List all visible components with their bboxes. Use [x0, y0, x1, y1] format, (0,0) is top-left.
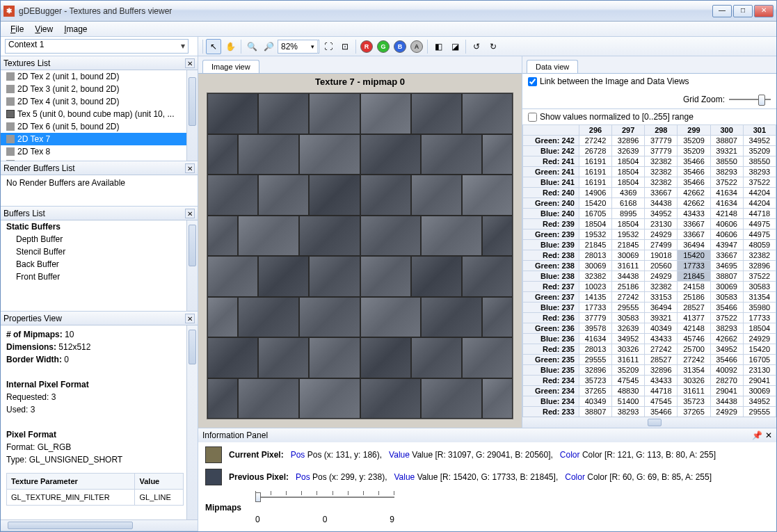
data-cell[interactable]: 33667 [710, 250, 743, 261]
data-cell[interactable]: 35466 [678, 156, 710, 167]
buffer-back[interactable]: Back Buffer [1, 258, 198, 271]
scrollbar[interactable] [186, 220, 198, 311]
grid-zoom-slider[interactable] [729, 93, 771, 106]
data-cell[interactable]: 43433 [645, 376, 678, 386]
minimize-button[interactable]: — [712, 5, 732, 17]
data-cell[interactable]: 44975 [743, 229, 776, 240]
data-cell[interactable]: 39321 [645, 313, 678, 323]
data-cell[interactable]: 38807 [579, 407, 611, 417]
data-cell[interactable]: 32382 [645, 282, 678, 292]
row-header[interactable]: Red: 235 [523, 344, 579, 355]
data-cell[interactable]: 34952 [710, 344, 743, 355]
data-cell[interactable]: 28013 [579, 250, 611, 261]
mipmap-slider[interactable] [255, 491, 394, 512]
data-cell[interactable]: 33667 [678, 229, 710, 240]
textures-panel-close[interactable]: ✕ [185, 58, 195, 68]
data-cell[interactable]: 43947 [710, 240, 743, 250]
data-cell[interactable]: 17733 [678, 261, 710, 271]
data-cell[interactable]: 35466 [710, 303, 743, 313]
row-header[interactable]: Red: 239 [523, 219, 579, 229]
data-cell[interactable]: 38807 [710, 136, 743, 146]
data-cell[interactable]: 37522 [710, 313, 743, 323]
scrollbar[interactable] [186, 325, 198, 519]
row-header[interactable]: Red: 236 [523, 313, 579, 323]
data-cell[interactable]: 35723 [678, 396, 710, 407]
data-cell[interactable]: 18504 [743, 323, 776, 334]
data-cell[interactable]: 30326 [612, 344, 645, 355]
data-cell[interactable]: 38293 [743, 167, 776, 177]
data-cell[interactable]: 28270 [710, 376, 743, 386]
context-select[interactable]: Context 1 [5, 39, 189, 54]
menu-view[interactable]: View [29, 23, 58, 35]
row-header[interactable]: Blue: 237 [523, 303, 579, 313]
data-cell[interactable]: 41634 [710, 198, 743, 209]
data-cell[interactable]: 35723 [579, 376, 611, 386]
data-cell[interactable]: 30583 [743, 282, 776, 292]
data-cell[interactable]: 35466 [645, 407, 678, 417]
data-cell[interactable]: 37779 [645, 146, 678, 156]
data-cell[interactable]: 30069 [612, 250, 645, 261]
data-cell[interactable]: 40349 [645, 323, 678, 334]
data-cell[interactable]: 35209 [612, 365, 645, 376]
data-cell[interactable]: 16705 [743, 355, 776, 365]
data-cell[interactable]: 37779 [579, 313, 611, 323]
data-cell[interactable]: 35466 [678, 177, 710, 188]
data-cell[interactable]: 42662 [678, 188, 710, 198]
data-cell[interactable]: 43433 [678, 209, 710, 219]
data-cell[interactable]: 31611 [678, 386, 710, 396]
data-cell[interactable]: 29555 [579, 355, 611, 365]
data-cell[interactable]: 31354 [678, 365, 710, 376]
data-cell[interactable]: 44204 [743, 198, 776, 209]
data-cell[interactable]: 15420 [678, 250, 710, 261]
row-header[interactable]: Red: 240 [523, 188, 579, 198]
data-cell[interactable]: 6168 [612, 198, 645, 209]
data-cell[interactable]: 32896 [743, 261, 776, 271]
info-close-icon[interactable]: ✕ [765, 430, 772, 440]
data-cell[interactable]: 47545 [645, 396, 678, 407]
data-cell[interactable]: 39321 [710, 146, 743, 156]
data-cell[interactable]: 18504 [612, 177, 645, 188]
data-cell[interactable]: 29041 [743, 376, 776, 386]
channel-b-icon[interactable]: B [392, 39, 408, 54]
data-cell[interactable]: 48059 [743, 240, 776, 250]
data-cell[interactable]: 29555 [743, 407, 776, 417]
data-cell[interactable]: 20560 [645, 261, 678, 271]
invert-icon[interactable]: ◪ [447, 39, 463, 54]
data-cell[interactable]: 19532 [612, 229, 645, 240]
row-header[interactable]: Green: 234 [523, 386, 579, 396]
data-cell[interactable]: 29555 [612, 303, 645, 313]
normalize-checkbox[interactable]: Show values normalized to [0..255] range [528, 112, 694, 122]
tab-data-view[interactable]: Data view [527, 60, 578, 73]
data-cell[interactable]: 17733 [743, 313, 776, 323]
data-cell[interactable]: 41634 [710, 188, 743, 198]
data-cell[interactable]: 32639 [612, 323, 645, 334]
data-cell[interactable]: 35209 [743, 146, 776, 156]
column-header[interactable]: 297 [612, 125, 645, 136]
data-cell[interactable]: 30069 [579, 261, 611, 271]
data-cell[interactable]: 27242 [612, 292, 645, 303]
data-cell[interactable]: 44718 [743, 209, 776, 219]
data-cell[interactable]: 32896 [579, 365, 611, 376]
data-cell[interactable]: 23130 [645, 219, 678, 229]
data-cell[interactable]: 26728 [579, 146, 611, 156]
data-cell[interactable]: 38807 [710, 271, 743, 282]
data-cell[interactable]: 37779 [645, 136, 678, 146]
data-cell[interactable]: 38293 [612, 407, 645, 417]
row-header[interactable]: Blue: 240 [523, 209, 579, 219]
data-cell[interactable]: 34952 [645, 209, 678, 219]
buffer-depth[interactable]: Depth Buffer [1, 233, 198, 245]
data-cell[interactable]: 17733 [579, 303, 611, 313]
data-cell[interactable]: 38293 [710, 167, 743, 177]
data-cell[interactable]: 16705 [579, 209, 611, 219]
data-cell[interactable]: 31354 [743, 292, 776, 303]
row-header[interactable]: Green: 242 [523, 136, 579, 146]
column-header[interactable]: 296 [579, 125, 611, 136]
row-header[interactable]: Blue: 242 [523, 146, 579, 156]
data-cell[interactable]: 25700 [678, 344, 710, 355]
data-cell[interactable]: 16191 [579, 167, 611, 177]
tab-image-view[interactable]: Image view [202, 60, 259, 73]
data-cell[interactable]: 24158 [678, 282, 710, 292]
row-header[interactable]: Green: 240 [523, 198, 579, 209]
data-cell[interactable]: 47545 [612, 376, 645, 386]
buffer-front[interactable]: Front Buffer [1, 271, 198, 283]
